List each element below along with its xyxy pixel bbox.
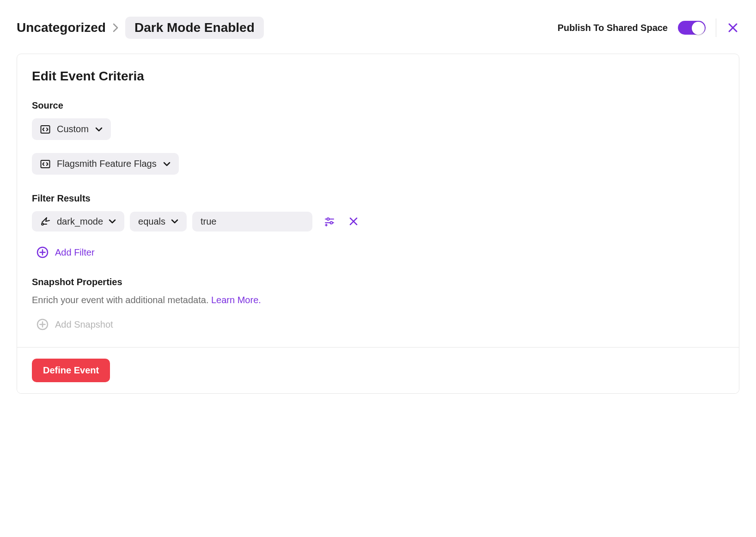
chevron-down-icon <box>95 127 103 132</box>
svg-point-7 <box>330 222 333 224</box>
add-snapshot-button[interactable]: Add Snapshot <box>32 318 113 330</box>
remove-filter-button[interactable] <box>347 214 360 228</box>
code-icon <box>40 159 50 169</box>
filter-settings-button[interactable] <box>323 214 336 228</box>
source-type-value: Custom <box>57 124 89 134</box>
source-provider-value: Flagsmith Feature Flags <box>57 159 157 169</box>
snapshot-description: Enrich your event with additional metada… <box>32 295 726 305</box>
chevron-down-icon <box>171 219 178 224</box>
snapshot-section: Snapshot Properties Enrich your event wi… <box>32 277 726 332</box>
page-header: Uncategorized Dark Mode Enabled Publish … <box>17 17 739 39</box>
filter-value-text: true <box>201 216 216 226</box>
plus-circle-icon <box>37 318 49 330</box>
breadcrumb: Uncategorized Dark Mode Enabled <box>17 17 264 39</box>
snapshot-desc-text: Enrich your event with additional metada… <box>32 295 211 305</box>
source-label: Source <box>32 100 726 111</box>
header-actions: Publish To Shared Space <box>557 18 739 37</box>
nav-arrow-icon <box>40 216 51 227</box>
source-provider-select[interactable]: Flagsmith Feature Flags <box>32 153 179 175</box>
svg-point-2 <box>42 223 43 225</box>
code-icon <box>40 124 50 134</box>
close-button[interactable] <box>726 21 739 34</box>
define-event-button[interactable]: Define Event <box>32 359 110 382</box>
add-snapshot-label: Add Snapshot <box>55 319 113 330</box>
filter-section: Filter Results dark_mode equals <box>32 193 726 277</box>
add-filter-button[interactable]: Add Filter <box>32 246 95 258</box>
snapshot-label: Snapshot Properties <box>32 277 726 287</box>
learn-more-link[interactable]: Learn More. <box>211 295 261 305</box>
svg-rect-1 <box>41 160 50 168</box>
panel-body: Edit Event Criteria Source Custom Flagsm… <box>17 54 739 347</box>
source-type-select[interactable]: Custom <box>32 118 111 140</box>
breadcrumb-current[interactable]: Dark Mode Enabled <box>125 17 264 39</box>
add-filter-label: Add Filter <box>55 247 95 258</box>
sliders-icon <box>324 216 335 226</box>
panel-footer: Define Event <box>17 347 739 393</box>
chevron-down-icon <box>109 219 116 224</box>
filter-operator-value: equals <box>138 216 165 227</box>
close-icon <box>728 23 738 33</box>
edit-event-panel: Edit Event Criteria Source Custom Flagsm… <box>17 54 739 394</box>
source-section: Source Custom Flagsmith Feature Flags <box>32 100 726 188</box>
filter-value-input[interactable]: true <box>192 212 312 232</box>
chevron-down-icon <box>163 161 171 167</box>
publish-label: Publish To Shared Space <box>557 23 668 33</box>
chevron-right-icon <box>112 23 119 32</box>
publish-toggle[interactable] <box>678 21 706 35</box>
toggle-knob <box>692 22 705 35</box>
svg-point-5 <box>327 218 329 220</box>
breadcrumb-parent[interactable]: Uncategorized <box>17 20 106 35</box>
divider <box>716 18 716 37</box>
filter-operator-select[interactable]: equals <box>130 212 187 232</box>
filter-property-select[interactable]: dark_mode <box>32 211 124 232</box>
filter-property-value: dark_mode <box>57 216 103 227</box>
svg-rect-0 <box>41 126 50 133</box>
plus-circle-icon <box>37 246 49 258</box>
panel-title: Edit Event Criteria <box>32 69 726 84</box>
filter-row: dark_mode equals true <box>32 211 726 232</box>
filter-results-label: Filter Results <box>32 193 726 204</box>
close-icon <box>349 217 358 226</box>
